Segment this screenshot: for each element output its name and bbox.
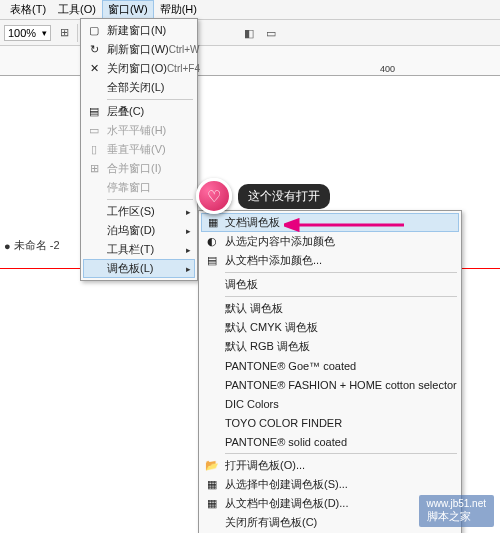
separator bbox=[225, 296, 457, 297]
document-icon: ▤ bbox=[204, 253, 220, 269]
menuitem-combine: ⊞合并窗口(I) bbox=[83, 159, 195, 178]
menuitem-open-palette[interactable]: 📂打开调色板(O)... bbox=[201, 456, 459, 475]
ruler-tick: 400 bbox=[380, 64, 395, 74]
window-menu-dropdown: ▢新建窗口(N) ↻刷新窗口(W)Ctrl+W ✕关闭窗口(O)Ctrl+F4 … bbox=[80, 18, 198, 281]
menuitem-tile-v: ▯垂直平铺(V) bbox=[83, 140, 195, 159]
window-icon: ▢ bbox=[86, 23, 102, 39]
zoom-value: 100% bbox=[8, 27, 36, 39]
watermark: www.jb51.net 脚本之家 bbox=[419, 495, 494, 527]
menuitem-tile-h: ▭水平平铺(H) bbox=[83, 121, 195, 140]
chevron-right-icon: ▸ bbox=[186, 264, 191, 274]
separator bbox=[107, 99, 193, 100]
open-icon: 📂 bbox=[204, 458, 220, 474]
palettes-submenu: ▦文档调色板 ◐从选定内容中添加颜色 ▤从文档中添加颜色... 调色板 默认 调… bbox=[198, 210, 462, 533]
menu-tools[interactable]: 工具(O) bbox=[52, 0, 102, 19]
menuitem-palettes[interactable]: 调色板(L)▸ bbox=[83, 259, 195, 278]
watermark-text: 脚本之家 bbox=[427, 509, 486, 524]
menuitem-toyo[interactable]: TOYO COLOR FINDER bbox=[201, 413, 459, 432]
menuitem-pantone-goe[interactable]: PANTONE® Goe™ coated bbox=[201, 356, 459, 375]
tile-v-icon: ▯ bbox=[86, 142, 102, 158]
menuitem-workspace[interactable]: 工作区(S)▸ bbox=[83, 202, 195, 221]
menuitem-cascade[interactable]: ▤层叠(C) bbox=[83, 102, 195, 121]
menuitem-refresh[interactable]: ↻刷新窗口(W)Ctrl+W bbox=[83, 40, 195, 59]
zoom-combo[interactable]: 100% ▾ bbox=[4, 25, 51, 41]
snap-icon[interactable]: ⊞ bbox=[55, 24, 73, 42]
menu-table[interactable]: 表格(T) bbox=[4, 0, 52, 19]
new-palette-icon: ▦ bbox=[204, 477, 220, 493]
menubar: 表格(T) 工具(O) 窗口(W) 帮助(H) bbox=[0, 0, 500, 20]
menuitem-new-window[interactable]: ▢新建窗口(N) bbox=[83, 21, 195, 40]
menu-help[interactable]: 帮助(H) bbox=[154, 0, 203, 19]
menuitem-dock: 停靠窗口 bbox=[83, 178, 195, 197]
menuitem-toolbars[interactable]: 工具栏(T)▸ bbox=[83, 240, 195, 259]
eyedropper-icon: ◐ bbox=[204, 234, 220, 250]
chevron-down-icon: ▾ bbox=[42, 28, 47, 38]
menuitem-palettes-group[interactable]: 调色板 bbox=[201, 275, 459, 294]
combine-icon: ⊞ bbox=[86, 161, 102, 177]
menuitem-dic[interactable]: DIC Colors bbox=[201, 394, 459, 413]
chevron-right-icon: ▸ bbox=[186, 245, 191, 255]
menuitem-close-all[interactable]: 全部关闭(L) bbox=[83, 78, 195, 97]
close-icon: ✕ bbox=[86, 61, 102, 77]
menuitem-pantone-solid[interactable]: PANTONE® solid coated bbox=[201, 432, 459, 451]
menu-window[interactable]: 窗口(W) bbox=[102, 0, 154, 19]
palette-icon: ▦ bbox=[205, 215, 221, 231]
menuitem-default-palette[interactable]: 默认 调色板 bbox=[201, 299, 459, 318]
tool-icon-2[interactable]: ▭ bbox=[262, 24, 280, 42]
refresh-icon: ↻ bbox=[86, 42, 102, 58]
ruler-horizontal: 200 400 bbox=[0, 46, 500, 76]
menuitem-dockers[interactable]: 泊坞窗(D)▸ bbox=[83, 221, 195, 240]
menuitem-new-from-sel[interactable]: ▦从选择中创建调色板(S)... bbox=[201, 475, 459, 494]
menuitem-from-selection[interactable]: ◐从选定内容中添加颜色 bbox=[201, 232, 459, 251]
watermark-url: www.jb51.net bbox=[427, 498, 486, 509]
svg-marker-1 bbox=[284, 220, 298, 230]
menuitem-cmyk-palette[interactable]: 默认 CMYK 调色板 bbox=[201, 318, 459, 337]
tool-icon-1[interactable]: ◧ bbox=[240, 24, 258, 42]
tile-h-icon: ▭ bbox=[86, 123, 102, 139]
separator bbox=[225, 272, 457, 273]
new-palette-icon: ▦ bbox=[204, 496, 220, 512]
toolbar: 100% ▾ ⊞ ◧ ▭ bbox=[0, 20, 500, 46]
annotation-arrow bbox=[284, 218, 404, 232]
bullet-icon: ● bbox=[4, 240, 11, 252]
document-tab[interactable]: ● 未命名 -2 bbox=[4, 238, 60, 253]
menuitem-close[interactable]: ✕关闭窗口(O)Ctrl+F4 bbox=[83, 59, 195, 78]
menuitem-from-document[interactable]: ▤从文档中添加颜色... bbox=[201, 251, 459, 270]
chevron-right-icon: ▸ bbox=[186, 226, 191, 236]
chevron-right-icon: ▸ bbox=[186, 207, 191, 217]
menuitem-rgb-palette[interactable]: 默认 RGB 调色板 bbox=[201, 337, 459, 356]
cascade-icon: ▤ bbox=[86, 104, 102, 120]
menuitem-pantone-fh[interactable]: PANTONE® FASHION + HOME cotton selector bbox=[201, 375, 459, 394]
separator bbox=[107, 199, 193, 200]
separator bbox=[225, 453, 457, 454]
